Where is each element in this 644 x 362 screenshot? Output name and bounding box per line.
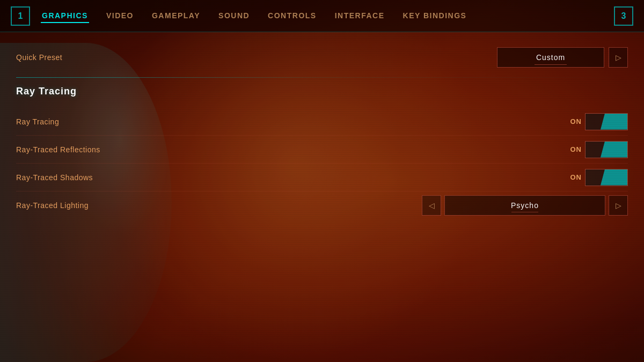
preset-value-box: Custom: [497, 47, 604, 68]
tab-video[interactable]: VIDEO: [105, 9, 135, 23]
shadows-value: ON: [565, 173, 582, 181]
ui-layer: 1 GRAPHICS VIDEO GAMEPLAY SOUND CONTROLS…: [0, 0, 644, 362]
lighting-value-box: Psycho: [444, 195, 605, 216]
nav-tabs: GRAPHICS VIDEO GAMEPLAY SOUND CONTROLS I…: [41, 9, 614, 23]
tab-graphics[interactable]: GRAPHICS: [41, 9, 89, 23]
arrow-left-symbol: ◁: [429, 201, 435, 210]
nav-left-label: 1: [18, 11, 23, 21]
shadows-toggle[interactable]: [585, 169, 628, 186]
top-navigation: 1 GRAPHICS VIDEO GAMEPLAY SOUND CONTROLS…: [0, 0, 644, 32]
shadows-label: Ray-Traced Shadows: [16, 173, 188, 182]
lighting-value: Psycho: [511, 201, 539, 210]
preset-arrow-right[interactable]: ▷: [609, 47, 628, 68]
ray-tracing-toggle[interactable]: [585, 113, 628, 130]
lighting-arrow-right[interactable]: ▷: [609, 195, 628, 216]
settings-list: Ray Tracing ON Ray-Traced Reflections ON: [16, 108, 628, 219]
reflections-label: Ray-Traced Reflections: [16, 145, 188, 154]
reflections-control: ON: [565, 141, 628, 158]
preset-control: Custom ▷: [497, 47, 628, 68]
ray-tracing-control: ON: [565, 113, 628, 130]
setting-row-lighting: Ray-Traced Lighting ◁ Psycho ▷: [16, 191, 628, 219]
ray-tracing-heading: Ray Tracing: [16, 86, 628, 97]
lighting-label: Ray-Traced Lighting: [16, 201, 188, 210]
tab-controls[interactable]: CONTROLS: [267, 9, 318, 23]
quick-preset-row: Quick Preset Custom ▷: [16, 43, 628, 72]
tab-gameplay[interactable]: GAMEPLAY: [151, 9, 201, 23]
nav-icon-right[interactable]: 3: [614, 6, 633, 26]
tab-interface[interactable]: INTERFACE: [334, 9, 386, 23]
lighting-arrow-left[interactable]: ◁: [422, 195, 441, 216]
nav-right-label: 3: [621, 11, 626, 21]
arrow-right-symbol: ▷: [616, 53, 621, 62]
main-content: Quick Preset Custom ▷ Ray Tracing Ray Tr…: [0, 32, 644, 362]
tab-sound[interactable]: SOUND: [217, 9, 251, 23]
ray-tracing-toggle-indicator: [601, 114, 627, 130]
ray-tracing-label: Ray Tracing: [16, 117, 188, 126]
tab-keybindings[interactable]: KEY BINDINGS: [402, 9, 468, 23]
reflections-toggle[interactable]: [585, 141, 628, 158]
nav-icon-left[interactable]: 1: [11, 6, 30, 26]
lighting-control: ◁ Psycho ▷: [422, 195, 628, 216]
arrow-right-lighting-symbol: ▷: [616, 201, 621, 210]
setting-row-shadows: Ray-Traced Shadows ON: [16, 164, 628, 191]
shadows-control: ON: [565, 169, 628, 186]
quick-preset-label: Quick Preset: [16, 53, 166, 62]
setting-row-reflections: Ray-Traced Reflections ON: [16, 136, 628, 164]
reflections-toggle-indicator: [601, 142, 627, 158]
ray-tracing-value: ON: [565, 117, 582, 125]
shadows-toggle-indicator: [601, 169, 627, 186]
reflections-value: ON: [565, 145, 582, 153]
setting-row-ray-tracing: Ray Tracing ON: [16, 108, 628, 136]
preset-value: Custom: [536, 53, 565, 62]
section-divider-top: [16, 77, 628, 78]
